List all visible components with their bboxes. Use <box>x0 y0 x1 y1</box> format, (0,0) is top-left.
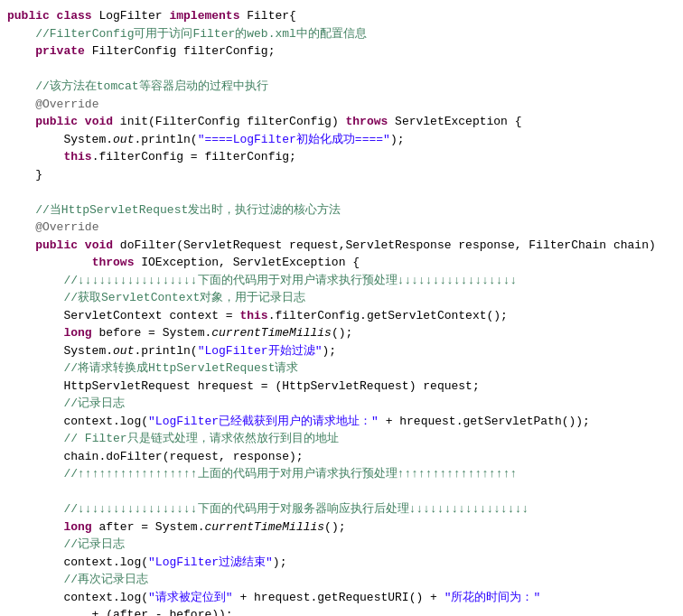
code-token-plain <box>7 430 63 448</box>
code-line: //记录日志 <box>0 536 683 554</box>
code-line <box>0 183 683 201</box>
code-token-annotation: @Override <box>35 219 98 237</box>
code-token-throws-kw: throws <box>345 113 395 131</box>
code-token-plain: LogFilter <box>98 7 169 25</box>
code-token-plain: chain.doFilter(request, response); <box>7 448 304 466</box>
code-token-plain: ServletException { <box>395 113 521 131</box>
code-token-plain: after = System. <box>98 518 204 537</box>
code-line: chain.doFilter(request, response); <box>0 448 683 466</box>
code-token-plain <box>7 237 35 255</box>
code-token-plain <box>7 272 63 290</box>
code-token-comment: //记录日志 <box>63 395 125 413</box>
code-token-kw: throws <box>92 254 142 272</box>
code-line: public void doFilter(ServletRequest requ… <box>0 237 683 255</box>
code-line <box>0 61 683 79</box>
code-line: //↓↓↓↓↓↓↓↓↓↓↓↓↓↓↓↓↓下面的代码用于对用户请求执行预处理↓↓↓↓… <box>0 272 683 290</box>
code-token-kw: public void <box>35 113 120 131</box>
code-token-plain: System. <box>7 342 113 360</box>
code-token-kw: implements <box>169 7 247 25</box>
code-line: //FilterConfig可用于访问Filter的web.xml中的配置信息 <box>0 25 683 43</box>
code-token-kw: public class <box>7 7 98 25</box>
code-token-comment: //再次记录日志 <box>63 571 148 589</box>
code-line: //记录日志 <box>0 395 683 413</box>
code-token-plain <box>7 78 35 96</box>
code-token-plain <box>7 518 63 537</box>
code-token-plain <box>7 571 63 589</box>
code-token-italic-method: out <box>113 131 134 149</box>
code-token-plain <box>7 219 35 237</box>
code-token-plain: + hrequest.getRequestURI() + <box>233 589 444 607</box>
code-line: context.log("请求被定位到" + hrequest.getReque… <box>0 589 683 607</box>
code-token-plain <box>7 25 35 43</box>
code-token-string: "====LogFilter初始化成功====" <box>198 131 390 149</box>
code-line: } <box>0 166 683 184</box>
code-token-plain: ); <box>322 342 336 360</box>
code-token-string: "LogFilter开始过滤" <box>198 342 323 360</box>
code-line: public class LogFilter implements Filter… <box>0 7 683 25</box>
code-token-kw: long <box>63 518 98 537</box>
code-line: public void init(FilterConfig filterConf… <box>0 113 683 131</box>
code-token-plain: ); <box>273 554 287 572</box>
code-line: @Override <box>0 96 683 114</box>
code-line: //当HttpServletRequest发出时，执行过滤的核心方法 <box>0 201 683 219</box>
code-line: ServletContext context = this.filterConf… <box>0 307 683 325</box>
code-token-plain: IOException, ServletException { <box>141 254 360 272</box>
code-line: //将请求转换成HttpServletRequest请求 <box>0 359 683 378</box>
code-token-comment: //↑↑↑↑↑↑↑↑↑↑↑↑↑↑↑↑↑上面的代码用于对用户请求执行预处理↑↑↑↑… <box>63 465 517 483</box>
code-token-kw: this <box>239 307 267 325</box>
code-token-kw: this <box>63 148 91 166</box>
code-line: HttpServletRequest hrequest = (HttpServl… <box>0 378 683 396</box>
code-line: //再次记录日志 <box>0 571 683 589</box>
code-token-plain: FilterConfig filterConfig; <box>92 42 276 61</box>
code-token-plain: ); <box>390 131 405 149</box>
code-line: //获取ServletContext对象，用于记录日志 <box>0 289 683 307</box>
code-line: context.log("LogFilter过滤结束"); <box>0 554 683 572</box>
code-token-plain <box>7 96 35 114</box>
code-token-string: "LogFilter已经截获到用户的请求地址：" <box>148 413 379 431</box>
code-token-italic-method: currentTimeMillis <box>204 518 324 537</box>
code-token-plain <box>7 113 35 131</box>
code-token-italic-method: out <box>113 342 134 360</box>
code-token-annotation: @Override <box>35 96 98 114</box>
code-token-plain: before = System. <box>98 324 211 342</box>
code-token-comment: //该方法在tomcat等容器启动的过程中执行 <box>35 78 267 96</box>
code-token-plain: + hrequest.getServletPath()); <box>379 413 590 431</box>
code-token-plain <box>7 465 63 483</box>
code-token-comment: //当HttpServletRequest发出时，执行过滤的核心方法 <box>35 201 341 219</box>
code-token-plain: context.log( <box>7 554 148 572</box>
code-token-kw: long <box>63 324 98 342</box>
code-token-plain: HttpServletRequest hrequest = (HttpServl… <box>7 378 480 396</box>
code-line: //该方法在tomcat等容器启动的过程中执行 <box>0 78 683 96</box>
code-token-string: "所花的时间为：" <box>444 589 541 607</box>
code-token-plain <box>7 395 63 413</box>
code-token-plain: ServletContext context = <box>7 307 239 325</box>
code-token-comment: //↓↓↓↓↓↓↓↓↓↓↓↓↓↓↓↓↓下面的代码用于对用户请求执行预处理↓↓↓↓… <box>63 272 517 290</box>
code-token-plain <box>7 148 63 166</box>
code-token-plain <box>7 324 63 342</box>
code-token-plain <box>7 201 35 219</box>
code-line: System.out.println("LogFilter开始过滤"); <box>0 342 683 360</box>
code-token-kw: private <box>35 42 91 61</box>
code-token-plain: doFilter(ServletRequest request,ServletR… <box>120 237 656 255</box>
code-token-string: "请求被定位到" <box>148 589 233 607</box>
code-line: throws IOException, ServletException { <box>0 254 683 272</box>
code-token-plain: (); <box>332 324 352 342</box>
code-token-comment: //记录日志 <box>63 536 125 554</box>
code-line: System.out.println("====LogFilter初始化成功==… <box>0 131 683 149</box>
code-line: long after = System.currentTimeMillis(); <box>0 518 683 537</box>
code-token-plain: } <box>7 166 42 184</box>
code-token-string: "LogFilter过滤结束" <box>148 554 273 572</box>
code-line: long before = System.currentTimeMillis()… <box>0 324 683 342</box>
code-token-italic-method: currentTimeMillis <box>211 324 332 342</box>
code-token-plain: .filterConfig = filterConfig; <box>92 148 296 166</box>
code-line: //↑↑↑↑↑↑↑↑↑↑↑↑↑↑↑↑↑上面的代码用于对用户请求执行预处理↑↑↑↑… <box>0 465 683 483</box>
code-editor: public class LogFilter implements Filter… <box>0 0 683 616</box>
code-token-plain: Filter{ <box>247 7 296 25</box>
code-token-comment: // Filter只是链式处理，请求依然放行到目的地址 <box>63 430 338 448</box>
code-line <box>0 483 683 501</box>
code-token-plain <box>7 536 63 554</box>
code-line: context.log("LogFilter已经截获到用户的请求地址：" + h… <box>0 413 683 431</box>
code-token-plain <box>7 500 63 518</box>
code-token-plain: .filterConfig.getServletContext(); <box>268 307 508 325</box>
code-token-comment: //获取ServletContext对象，用于记录日志 <box>63 289 305 307</box>
